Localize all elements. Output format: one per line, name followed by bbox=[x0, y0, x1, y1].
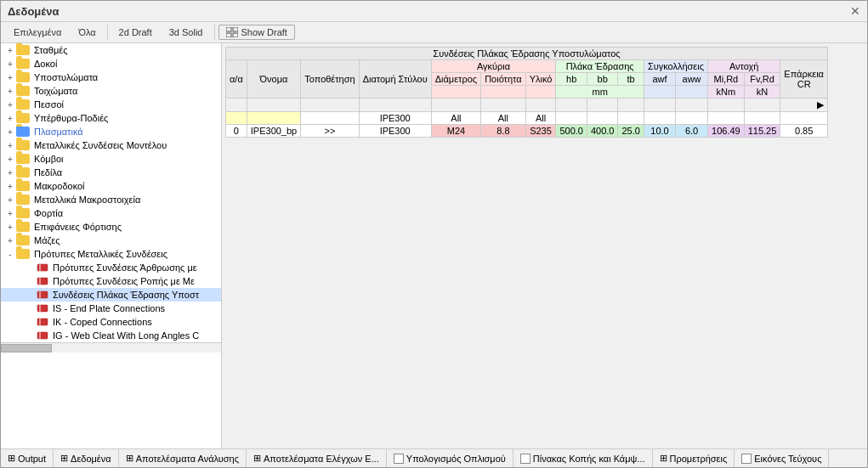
edit-fvrd[interactable] bbox=[744, 112, 780, 125]
sidebar-item-metallika-m[interactable]: + Μεταλλικά Μακροστοιχεία bbox=[1, 193, 221, 206]
sidebar-item-pedila[interactable]: + Πεδίλα bbox=[1, 166, 221, 179]
sidebar-item-ik[interactable]: IK - Coped Connections bbox=[1, 315, 221, 329]
btn-show-draft[interactable]: Show Draft bbox=[218, 25, 295, 40]
elegxon-icon: ⊞ bbox=[253, 453, 261, 464]
expand-icon: + bbox=[4, 194, 16, 206]
main-window: Δεδομένα ✕ Επιλεγμένα Όλα 2d Draft 3d So… bbox=[0, 0, 868, 468]
arrow-cell10 bbox=[618, 99, 644, 112]
folder-icon bbox=[16, 45, 30, 55]
expand-icon: + bbox=[4, 112, 16, 124]
arrow-cell5 bbox=[431, 99, 480, 112]
dedomena-icon: ⊞ bbox=[60, 453, 68, 464]
sidebar-item-toixomata[interactable]: + Τοιχώματα bbox=[1, 84, 221, 98]
status-bar: ⊞ Output ⊞ Δεδομένα ⊞ Αποτελέσματα Ανάλυ… bbox=[1, 448, 867, 467]
tab-apot-elegxon[interactable]: ⊞ Αποτελέσματα Ελέγχων Ε... bbox=[247, 449, 387, 467]
folder-icon bbox=[16, 235, 30, 245]
separator-2 bbox=[214, 25, 215, 40]
sidebar-item-makrodokoi[interactable]: + Μακροδοκοί bbox=[1, 179, 221, 193]
sidebar-item-yperthira[interactable]: + Υπέρθυρα-Ποδιές bbox=[1, 111, 221, 125]
expand-icon bbox=[25, 302, 37, 314]
sidebar-item-fortia[interactable]: + Φορτία bbox=[1, 206, 221, 220]
col-group-plaka: Πλάκα Έδρασης bbox=[556, 60, 644, 73]
sidebar-item-mazes[interactable]: + Μάζες bbox=[1, 234, 221, 247]
sidebar-label: Πρότυπες Συνδέσεις Ροπής με Με bbox=[53, 276, 195, 286]
sidebar-label: Πρότυπες Συνδέσεις Άρθρωσης με bbox=[53, 262, 197, 273]
tab-prometriseis[interactable]: ⊞ Προμετρήσεις bbox=[653, 449, 735, 467]
sidebar-item-ig[interactable]: IG - Web Cleat With Long Angles C bbox=[1, 329, 221, 342]
cell-cr: 0.85 bbox=[780, 125, 828, 138]
edit-diatomi[interactable]: IPE300 bbox=[359, 112, 431, 125]
sidebar-item-protypes-arthrosis[interactable]: Πρότυπες Συνδέσεις Άρθρωσης με bbox=[1, 261, 221, 274]
edit-awf[interactable] bbox=[644, 112, 675, 125]
eikones-checkbox[interactable] bbox=[741, 454, 752, 464]
edit-tb[interactable] bbox=[618, 112, 644, 125]
col-header-aww: aww bbox=[676, 73, 708, 86]
sidebar-scrollbar[interactable] bbox=[1, 342, 221, 352]
sidebar-label: Επιφάνειες Φόρτισης bbox=[34, 222, 122, 232]
edit-hb[interactable] bbox=[556, 112, 587, 125]
sidebar-item-protypes-ropis[interactable]: Πρότυπες Συνδέσεις Ροπής με Με bbox=[1, 274, 221, 288]
cell-topoih: >> bbox=[301, 125, 359, 138]
edit-cr[interactable] bbox=[780, 112, 828, 125]
table-row[interactable]: 0 IPE300_bp >> IPE300 M24 8.8 S235 500.0… bbox=[226, 125, 828, 138]
sidebar-item-epifaneies[interactable]: + Επιφάνειες Φόρτισης bbox=[1, 220, 221, 234]
tab-ypologismos[interactable]: Υπολογισμός Οπλισμού bbox=[387, 449, 513, 467]
sidebar-item-plasmatika[interactable]: + Πλασματικά bbox=[1, 125, 221, 138]
col-group-agkyria: Αγκύρια bbox=[431, 60, 556, 73]
svg-rect-12 bbox=[37, 319, 48, 325]
folder-icon bbox=[16, 113, 30, 123]
cell-diametros: M24 bbox=[431, 125, 480, 138]
svg-rect-1 bbox=[233, 27, 238, 31]
sidebar-item-dokoi[interactable]: + Δοκοί bbox=[1, 57, 221, 70]
sidebar-item-is[interactable]: IS - End Plate Connections bbox=[1, 302, 221, 315]
pinakas-checkbox[interactable] bbox=[520, 454, 530, 464]
expand-icon: + bbox=[4, 44, 16, 56]
sidebar-item-ypostylomata[interactable]: + Υποστυλώματα bbox=[1, 70, 221, 84]
sidebar-item-stathmes[interactable]: + Σταθμές bbox=[1, 43, 221, 57]
tab-pinakas[interactable]: Πίνακας Κοπής και Κάμψ... bbox=[513, 449, 653, 467]
sidebar-item-komboi[interactable]: + Κόμβοι bbox=[1, 152, 221, 166]
arrow-cell12 bbox=[676, 99, 708, 112]
edit-aww[interactable] bbox=[676, 112, 708, 125]
edit-bb[interactable] bbox=[587, 112, 618, 125]
close-button[interactable]: ✕ bbox=[850, 4, 860, 18]
sidebar-item-protypes[interactable]: - Πρότυπες Μεταλλικές Συνδέσεις bbox=[1, 247, 221, 261]
tab-output-label: Output bbox=[18, 454, 46, 464]
red-conn-icon bbox=[37, 262, 48, 273]
svg-rect-14 bbox=[37, 332, 48, 339]
tab-apot-analysis[interactable]: ⊞ Αποτελέσματα Ανάλυσης bbox=[119, 449, 247, 467]
btn-epilegmena[interactable]: Επιλεγμένα bbox=[6, 25, 69, 40]
btn-3d-solid[interactable]: 3d Solid bbox=[162, 25, 211, 40]
tab-output[interactable]: ⊞ Output bbox=[1, 449, 54, 467]
cell-name: IPE300_bp bbox=[247, 125, 300, 138]
ypologismos-checkbox[interactable] bbox=[394, 454, 404, 464]
edit-diametros[interactable]: All bbox=[431, 112, 480, 125]
expand-icon: + bbox=[4, 71, 16, 83]
edit-name[interactable] bbox=[247, 112, 300, 125]
sidebar-item-metallikes[interactable]: + Μεταλλικές Συνδέσεις Μοντέλου bbox=[1, 138, 221, 152]
sidebar-item-syndesis-plakas[interactable]: Συνδέσεις Πλάκας Έδρασης Υποστ bbox=[1, 288, 221, 302]
arrow-cell11 bbox=[644, 99, 675, 112]
tab-dedomena[interactable]: ⊞ Δεδομένα bbox=[54, 449, 119, 467]
sidebar: + Σταθμές + Δοκοί + Υποστυλώματα + Τοιχώ… bbox=[1, 43, 222, 448]
edit-topoih[interactable] bbox=[301, 112, 359, 125]
title-bar: Δεδομένα ✕ bbox=[1, 1, 867, 22]
cell-hb: 500.0 bbox=[556, 125, 587, 138]
sidebar-item-pessoi[interactable]: + Πεσσοί bbox=[1, 98, 221, 111]
arrow-cell2 bbox=[247, 99, 300, 112]
sidebar-label: Πεσσοί bbox=[34, 99, 64, 110]
cell-poiotita: 8.8 bbox=[481, 125, 525, 138]
scrollbar-thumb[interactable] bbox=[1, 344, 52, 352]
edit-mird[interactable] bbox=[708, 112, 745, 125]
edit-poiotita[interactable]: All bbox=[481, 112, 525, 125]
arrow-cell13 bbox=[708, 99, 745, 112]
edit-aa[interactable] bbox=[226, 112, 247, 125]
sidebar-label: Τοιχώματα bbox=[34, 86, 77, 96]
edit-yliko[interactable]: All bbox=[525, 112, 556, 125]
tab-eikones[interactable]: Εικόνες Τεύχους bbox=[735, 449, 829, 467]
btn-ola[interactable]: Όλα bbox=[71, 25, 103, 40]
col-header-hb: hb bbox=[556, 73, 587, 86]
expand-icon bbox=[25, 289, 37, 301]
btn-2d-draft[interactable]: 2d Draft bbox=[111, 25, 160, 40]
cell-aa: 0 bbox=[226, 125, 247, 138]
